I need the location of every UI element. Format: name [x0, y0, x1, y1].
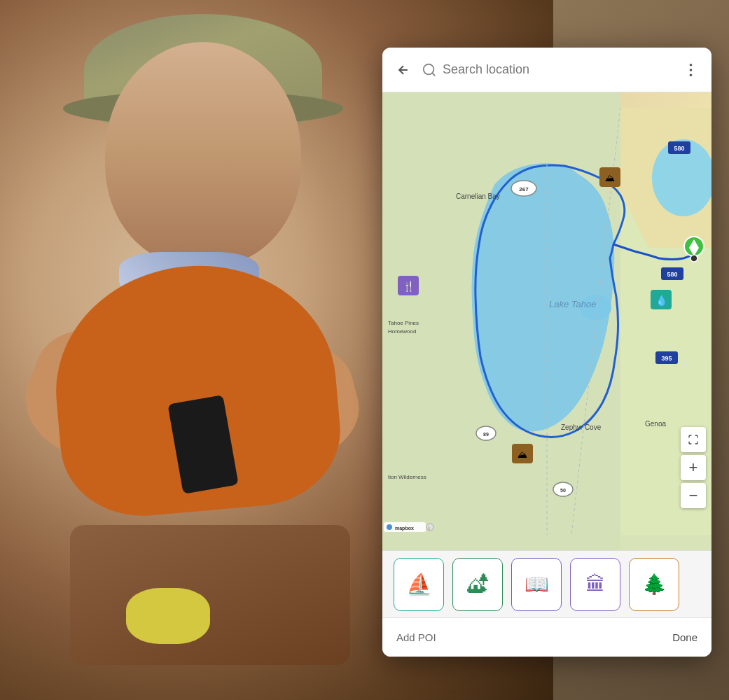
poi-guide-icon: 📖	[525, 573, 549, 596]
zoom-out-icon: −	[689, 486, 698, 505]
svg-text:Carnelian Bay: Carnelian Bay	[456, 192, 500, 200]
done-label: Done	[672, 631, 697, 643]
svg-text:Homewood: Homewood	[388, 328, 416, 335]
poi-card-boat[interactable]: ⛵	[394, 558, 444, 611]
svg-text:89: 89	[483, 432, 489, 437]
svg-text:🍴: 🍴	[403, 281, 415, 293]
svg-text:50: 50	[560, 488, 566, 493]
svg-rect-8	[659, 150, 708, 206]
poi-card-nature[interactable]: 🌲	[629, 558, 679, 611]
poi-card-park[interactable]: 🏕	[452, 558, 503, 611]
poi-tray: ⛵ 🏕 📖 🏛 🌲	[382, 550, 711, 617]
poi-monument-icon: 🏛	[585, 573, 605, 596]
app-panel: 580 580 267 395 89 50 Carnelian Bay Taho…	[382, 48, 711, 657]
poi-boat-icon: ⛵	[406, 572, 432, 596]
zoom-in-icon: +	[689, 458, 698, 477]
add-poi-label: Add POI	[396, 631, 436, 643]
svg-point-2	[689, 69, 692, 71]
svg-text:395: 395	[661, 355, 672, 362]
search-input[interactable]	[443, 62, 672, 77]
svg-text:267: 267	[519, 186, 529, 192]
svg-text:Tahoe Pines: Tahoe Pines	[388, 320, 419, 326]
search-bar	[382, 48, 711, 92]
poi-park-icon: 🏕	[467, 573, 488, 596]
poi-card-guide[interactable]: 📖	[511, 558, 562, 611]
back-button[interactable]	[391, 57, 416, 83]
svg-text:⛰: ⛰	[518, 449, 527, 460]
svg-point-33	[690, 255, 697, 262]
svg-text:Zephyr Cove: Zephyr Cove	[561, 424, 602, 431]
poi-nature-icon: 🌲	[642, 573, 667, 596]
flowers	[126, 588, 210, 644]
add-poi-button[interactable]: Add POI	[396, 631, 436, 643]
svg-text:mapbox: mapbox	[395, 526, 414, 531]
poi-card-monument[interactable]: 🏛	[570, 558, 620, 611]
search-icon	[422, 62, 437, 78]
svg-point-1	[689, 63, 692, 66]
svg-text:580: 580	[674, 145, 684, 152]
svg-text:💧: 💧	[655, 295, 668, 307]
expand-button[interactable]	[681, 427, 706, 452]
zoom-out-button[interactable]: −	[681, 483, 706, 508]
map-svg: 580 580 267 395 89 50 Carnelian Bay Taho…	[382, 92, 711, 550]
svg-text:Lake Tahoe: Lake Tahoe	[549, 299, 596, 309]
svg-text:tion Wilderness: tion Wilderness	[388, 474, 426, 480]
svg-text:Genoa: Genoa	[645, 420, 666, 428]
bike-bag	[70, 525, 350, 665]
map-controls: + −	[681, 427, 706, 508]
head	[105, 42, 301, 266]
svg-point-0	[424, 64, 434, 74]
svg-text:⛰: ⛰	[605, 172, 615, 183]
svg-text:580: 580	[667, 271, 677, 278]
svg-point-3	[689, 74, 692, 76]
svg-point-43	[387, 524, 392, 530]
bottom-bar: Add POI Done	[382, 617, 711, 657]
more-options-button[interactable]	[678, 57, 703, 83]
zoom-in-button[interactable]: +	[681, 455, 706, 480]
done-button[interactable]: Done	[672, 631, 697, 643]
map-area[interactable]: 580 580 267 395 89 50 Carnelian Bay Taho…	[382, 92, 711, 550]
svg-point-45	[426, 524, 433, 531]
